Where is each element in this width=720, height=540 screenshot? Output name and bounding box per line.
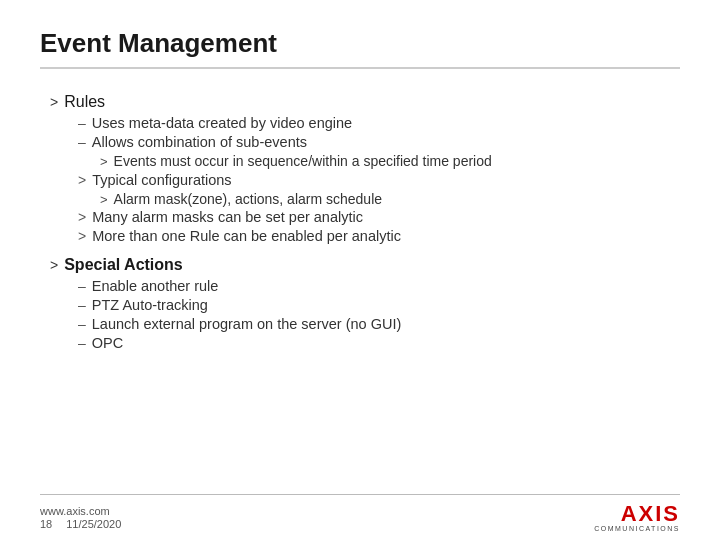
dash-icon: – <box>78 115 86 131</box>
special-actions-items: – Enable another rule – PTZ Auto-trackin… <box>50 278 680 351</box>
item-text: Allows combination of sub-events <box>92 134 307 150</box>
item-text: Uses meta-data created by video engine <box>92 115 352 131</box>
arrow-icon: > <box>50 257 58 273</box>
slide-content: > Rules – Uses meta-data created by vide… <box>40 79 680 494</box>
dash-icon: – <box>78 316 86 332</box>
sub-items: > Events must occur in sequence/within a… <box>78 153 680 169</box>
item-text: Enable another rule <box>92 278 219 294</box>
footer-website: www.axis.com <box>40 505 121 517</box>
sub-items: > Alarm mask(zone), actions, alarm sched… <box>78 191 680 207</box>
arrow-icon: > <box>78 209 86 225</box>
list-item: – Allows combination of sub-events <box>78 134 680 150</box>
rules-items: – Uses meta-data created by video engine… <box>50 115 680 244</box>
axis-logo-tagline: COMMUNICATIONS <box>594 525 680 532</box>
footer-left: www.axis.com 18 11/25/2020 <box>40 505 121 530</box>
section-rules-text: Rules <box>64 93 105 111</box>
dash-icon: – <box>78 278 86 294</box>
arrow-icon: > <box>100 192 108 207</box>
axis-logo-text: AXIS <box>621 503 680 525</box>
list-item: – Enable another rule <box>78 278 680 294</box>
dash-icon: – <box>78 297 86 313</box>
section-special-actions-text: Special Actions <box>64 256 183 274</box>
section-special-actions: > Special Actions – Enable another rule … <box>50 256 680 351</box>
arrow-icon: > <box>100 154 108 169</box>
footer: www.axis.com 18 11/25/2020 AXIS COMMUNIC… <box>40 494 680 540</box>
item-text: Typical configurations <box>92 172 231 188</box>
list-item: – Launch external program on the server … <box>78 316 680 332</box>
list-item: – OPC <box>78 335 680 351</box>
arrow-icon: > <box>50 94 58 110</box>
footer-date: 11/25/2020 <box>66 518 121 530</box>
arrow-icon: > <box>78 172 86 188</box>
list-item: > Alarm mask(zone), actions, alarm sched… <box>100 191 680 207</box>
list-item: – Uses meta-data created by video engine <box>78 115 680 131</box>
dash-icon: – <box>78 134 86 150</box>
item-text: More than one Rule can be enabled per an… <box>92 228 401 244</box>
list-item: > Many alarm masks can be set per analyt… <box>78 209 680 225</box>
item-text: OPC <box>92 335 123 351</box>
list-item: > Events must occur in sequence/within a… <box>100 153 680 169</box>
section-special-actions-label: > Special Actions <box>50 256 680 274</box>
footer-page-number: 18 <box>40 518 52 530</box>
list-item: > Typical configurations <box>78 172 680 188</box>
list-item: > More than one Rule can be enabled per … <box>78 228 680 244</box>
list-item: – PTZ Auto-tracking <box>78 297 680 313</box>
dash-icon: – <box>78 335 86 351</box>
slide: Event Management > Rules – Uses meta-dat… <box>0 0 720 540</box>
axis-logo: AXIS COMMUNICATIONS <box>594 503 680 532</box>
slide-title: Event Management <box>40 28 680 69</box>
item-text: PTZ Auto-tracking <box>92 297 208 313</box>
arrow-icon: > <box>78 228 86 244</box>
item-text: Launch external program on the server (n… <box>92 316 401 332</box>
item-text: Alarm mask(zone), actions, alarm schedul… <box>114 191 382 207</box>
item-text: Events must occur in sequence/within a s… <box>114 153 492 169</box>
footer-date-row: 18 11/25/2020 <box>40 518 121 530</box>
section-rules: > Rules – Uses meta-data created by vide… <box>50 93 680 244</box>
item-text: Many alarm masks can be set per analytic <box>92 209 363 225</box>
section-rules-label: > Rules <box>50 93 680 111</box>
